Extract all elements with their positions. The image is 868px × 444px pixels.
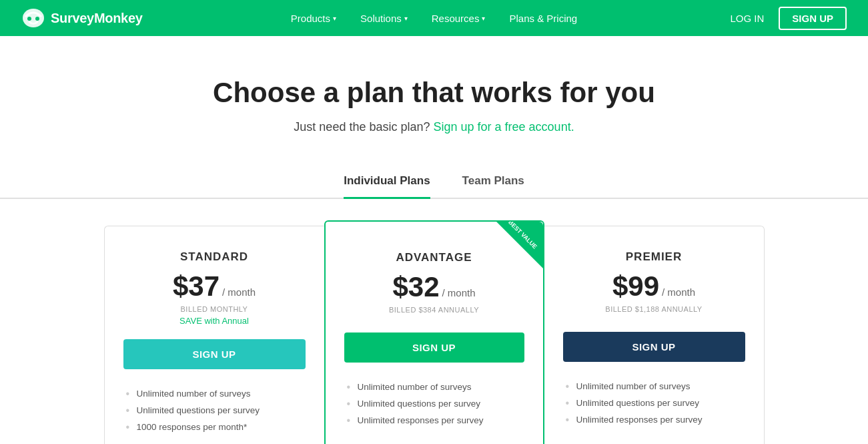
- plan-billing-advantage: BILLED $384 ANNUALLY: [344, 306, 524, 314]
- nav-plans-pricing[interactable]: Plans & Pricing: [500, 7, 586, 29]
- feature-item: Unlimited number of surveys: [344, 379, 524, 395]
- plans-container: STANDARD $37 / month BILLED MONTHLY SAVE…: [34, 212, 835, 444]
- login-button[interactable]: LOG IN: [721, 7, 773, 29]
- solutions-chevron-icon: ▾: [404, 15, 408, 22]
- svg-point-1: [27, 17, 31, 21]
- feature-item: Unlimited number of surveys: [563, 378, 745, 395]
- nav-products[interactable]: Products ▾: [282, 7, 346, 29]
- plan-tabs: Individual Plans Team Plans: [0, 174, 868, 199]
- feature-item: Unlimited questions per survey: [123, 402, 306, 419]
- feature-item: Unlimited number of surveys: [123, 385, 306, 402]
- best-value-badge: BEST VALUE: [496, 222, 543, 268]
- plan-name-standard: STANDARD: [123, 250, 306, 264]
- plan-features-advantage: Unlimited number of surveys Unlimited qu…: [344, 379, 524, 429]
- signup-button-standard[interactable]: SIGN UP: [123, 339, 306, 369]
- nav-resources[interactable]: Resources ▾: [422, 7, 495, 29]
- plan-features-premier: Unlimited number of surveys Unlimited qu…: [563, 378, 745, 428]
- plan-dollar-advantage: $32: [392, 271, 439, 303]
- svg-point-2: [35, 17, 39, 21]
- plan-dollar-standard: $37: [173, 270, 220, 302]
- plan-price-premier: $99 / month: [563, 270, 745, 302]
- best-value-text: BEST VALUE: [507, 222, 538, 250]
- plan-period-standard: / month: [222, 286, 256, 298]
- hero-subtitle: Just need the basic plan? Sign up for a …: [13, 120, 855, 134]
- navbar: SurveyMonkey Products ▾ Solutions ▾ Reso…: [0, 0, 868, 36]
- plan-period-advantage: / month: [442, 287, 476, 298]
- feature-item: Unlimited responses per survey: [563, 411, 745, 428]
- plan-premier: PREMIER $99 / month BILLED $1,188 ANNUAL…: [544, 226, 765, 444]
- plan-dollar-premier: $99: [612, 270, 659, 302]
- feature-item: Unlimited responses per survey: [344, 412, 524, 429]
- tab-individual-plans[interactable]: Individual Plans: [344, 174, 430, 199]
- plan-save-link-standard[interactable]: SAVE with Annual: [123, 316, 306, 326]
- plan-price-advantage: $32 / month: [344, 271, 524, 303]
- feature-item: 1000 responses per month*: [123, 419, 306, 435]
- signup-nav-button[interactable]: SIGN UP: [779, 7, 847, 30]
- signup-button-advantage[interactable]: SIGN UP: [344, 332, 524, 363]
- hero-section: Choose a plan that works for you Just ne…: [0, 36, 868, 154]
- plan-standard: STANDARD $37 / month BILLED MONTHLY SAVE…: [104, 226, 324, 444]
- plan-period-premier: / month: [662, 286, 695, 298]
- nav-logo[interactable]: SurveyMonkey: [21, 6, 143, 30]
- plan-advantage: BEST VALUE ADVANTAGE $32 / month BILLED …: [324, 220, 544, 444]
- svg-point-0: [23, 9, 44, 27]
- products-chevron-icon: ▾: [333, 15, 336, 22]
- nav-solutions[interactable]: Solutions ▾: [351, 7, 417, 29]
- plan-name-premier: PREMIER: [563, 250, 745, 264]
- plan-billing-standard: BILLED MONTHLY: [123, 305, 306, 313]
- plan-features-standard: Unlimited number of surveys Unlimited qu…: [123, 385, 306, 435]
- nav-actions: LOG IN SIGN UP: [721, 7, 847, 30]
- feature-item: Unlimited questions per survey: [344, 395, 524, 412]
- nav-links: Products ▾ Solutions ▾ Resources ▾ Plans…: [282, 7, 586, 29]
- feature-item: Unlimited questions per survey: [563, 395, 745, 411]
- tab-team-plans[interactable]: Team Plans: [462, 174, 524, 199]
- signup-button-premier[interactable]: SIGN UP: [563, 332, 745, 362]
- free-account-link[interactable]: Sign up for a free account.: [434, 120, 574, 134]
- plan-price-standard: $37 / month: [123, 270, 306, 302]
- resources-chevron-icon: ▾: [482, 15, 485, 22]
- hero-title: Choose a plan that works for you: [13, 76, 855, 109]
- plan-billing-premier: BILLED $1,188 ANNUALLY: [563, 305, 745, 313]
- logo-text: SurveyMonkey: [51, 11, 143, 26]
